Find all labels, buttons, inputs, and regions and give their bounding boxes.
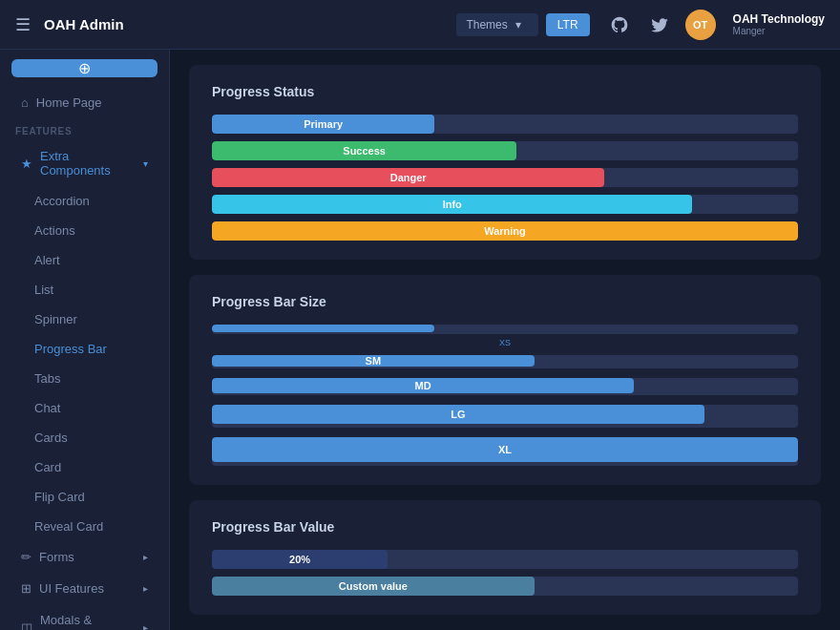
- user-name: OAH Technology: [733, 12, 825, 26]
- sidebar-item-reveal-card[interactable]: Reveal Card: [6, 512, 163, 541]
- forms-icon: ✏: [21, 550, 32, 564]
- section-progress-size: Progress Bar Size XS SM MD LG XL: [189, 275, 821, 485]
- progress-md-track: MD: [212, 378, 798, 395]
- ui-features-label: UI Features: [39, 581, 104, 596]
- chevron-down-icon: ▾: [143, 158, 148, 169]
- progress-primary-fill: Primary: [212, 115, 434, 134]
- main-content-area: Progress Status Primary Success Danger I…: [170, 0, 840, 630]
- xs-label: XS: [212, 338, 798, 347]
- progress-xs-track: [212, 325, 798, 334]
- progress-20-track: 20%: [212, 550, 798, 569]
- sidebar-item-card[interactable]: Card: [6, 452, 163, 482]
- sidebar-item-spinner[interactable]: Spinner: [6, 304, 163, 334]
- avatar[interactable]: OT: [685, 10, 716, 40]
- progress-primary-track: Primary: [212, 115, 798, 134]
- hamburger-icon[interactable]: ☰: [15, 14, 31, 35]
- section-value-title: Progress Bar Value: [212, 519, 798, 535]
- app-title: OAH Admin: [44, 16, 124, 32]
- sidebar-item-home[interactable]: ⌂ Home Page: [6, 87, 163, 118]
- themes-dropdown[interactable]: Themes ▾: [456, 13, 537, 36]
- sidebar-item-flip-card[interactable]: Flip Card: [6, 482, 163, 512]
- forms-arrow-icon: ▸: [143, 552, 148, 562]
- forms-label: Forms: [39, 550, 74, 564]
- upload-icon: ⊕: [78, 59, 91, 77]
- extra-components-label: Extra Components: [40, 149, 136, 178]
- sidebar-item-cards[interactable]: Cards: [6, 423, 163, 452]
- star-icon: ★: [21, 157, 32, 171]
- progress-xl-fill: XL: [212, 437, 798, 462]
- sidebar-item-forms[interactable]: ✏ Forms ▸: [6, 541, 163, 573]
- section-progress-value: Progress Bar Value 20% Custom value: [189, 500, 821, 615]
- progress-danger-fill: Danger: [212, 168, 604, 187]
- progress-xs-fill: [212, 325, 434, 332]
- sidebar-item-actions[interactable]: Actions: [6, 216, 163, 245]
- sidebar-item-ui-features[interactable]: ⊞ UI Features ▸: [6, 573, 163, 604]
- sidebar-item-list[interactable]: List: [6, 275, 163, 304]
- sidebar: ⊕ ⌂ Home Page FEATURES ★ Extra Component…: [0, 0, 170, 630]
- sidebar-item-accordion[interactable]: Accordion: [6, 186, 163, 216]
- modals-label: Modals & Overlays: [40, 613, 136, 630]
- user-info: OAH Technology Manger: [733, 12, 825, 36]
- header-icons: OT OAH Technology Manger: [605, 10, 825, 40]
- modals-arrow-icon: ▸: [143, 622, 148, 631]
- progress-danger-track: Danger: [212, 168, 798, 187]
- progress-custom-track: Custom value: [212, 577, 798, 596]
- github-icon[interactable]: [605, 10, 634, 39]
- sidebar-item-alert[interactable]: Alert: [6, 245, 163, 275]
- progress-xl-track: XL: [212, 437, 798, 466]
- sidebar-item-chat[interactable]: Chat: [6, 393, 163, 423]
- modals-icon: ◫: [21, 620, 32, 631]
- header: ☰ OAH Admin Themes ▾ LTR OT OAH Technolo…: [0, 0, 840, 50]
- sidebar-item-tabs[interactable]: Tabs: [6, 364, 163, 393]
- ui-features-arrow-icon: ▸: [143, 583, 148, 594]
- section-status-title: Progress Status: [212, 84, 798, 99]
- home-icon: ⌂: [21, 95, 29, 110]
- sidebar-item-modals[interactable]: ◫ Modals & Overlays ▸: [6, 604, 163, 630]
- user-role: Manger: [733, 26, 825, 36]
- sidebar-item-progress-bar[interactable]: Progress Bar: [6, 334, 163, 364]
- ltr-button[interactable]: LTR: [546, 13, 590, 36]
- features-section-label: FEATURES: [0, 118, 169, 140]
- progress-md-fill: MD: [212, 378, 634, 393]
- extra-components-menu[interactable]: ★ Extra Components ▾: [6, 140, 163, 186]
- ui-features-icon: ⊞: [21, 581, 32, 596]
- themes-label: Themes: [466, 18, 507, 32]
- progress-lg-fill: LG: [212, 405, 704, 424]
- progress-success-fill: Success: [212, 141, 516, 160]
- progress-sm-fill: SM: [212, 355, 535, 367]
- progress-info-track: Info: [212, 195, 798, 214]
- progress-lg-track: LG: [212, 405, 798, 428]
- progress-custom-fill: Custom value: [212, 577, 535, 596]
- progress-sm-track: SM: [212, 355, 798, 368]
- themes-arrow-icon: ▾: [515, 18, 521, 32]
- progress-20-fill: 20%: [212, 550, 388, 569]
- twitter-icon[interactable]: [645, 10, 674, 39]
- progress-success-track: Success: [212, 141, 798, 160]
- progress-info-fill: Info: [212, 195, 692, 214]
- section-size-title: Progress Bar Size: [212, 294, 798, 309]
- upload-button[interactable]: ⊕: [11, 59, 158, 77]
- progress-warning-fill: Warning: [212, 221, 798, 241]
- progress-warning-track: Warning: [212, 221, 798, 241]
- section-progress-status: Progress Status Primary Success Danger I…: [189, 65, 821, 260]
- sidebar-home-label: Home Page: [36, 95, 102, 110]
